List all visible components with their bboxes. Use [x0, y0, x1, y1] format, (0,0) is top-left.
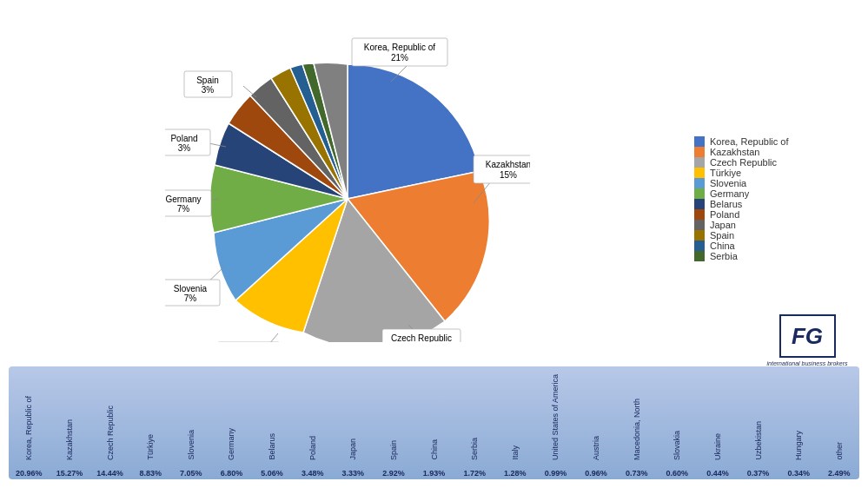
legend-label: Czech Republic: [710, 157, 777, 168]
svg-text:7%: 7%: [183, 293, 196, 303]
bar-value-label: 0.60%: [666, 469, 689, 478]
bar-value-label: 0.34%: [787, 469, 810, 478]
bar-value-label: 7.05%: [180, 469, 202, 478]
bar-value-label: 2.49%: [828, 469, 851, 478]
legend-item: Korea, Republic of: [694, 136, 859, 147]
legend-color-swatch: [694, 168, 705, 178]
svg-text:21%: 21%: [390, 53, 407, 63]
legend-color-swatch: [694, 220, 705, 230]
bar-value-label: 3.48%: [301, 469, 324, 478]
legend-color-swatch: [694, 178, 705, 188]
bar-value-label: 2.92%: [382, 469, 405, 478]
legend-item: Kazakhstan: [694, 147, 859, 157]
bar-country-label: Belarus: [268, 433, 276, 460]
bar-value-label: 0.96%: [585, 469, 607, 478]
legend-item: Japan: [694, 220, 859, 230]
bar-country-label: Slovenia: [187, 430, 195, 460]
bar-value-label: 14.44%: [96, 469, 123, 478]
legend-label: Slovenia: [710, 178, 746, 188]
legend-item: Spain: [694, 230, 859, 241]
legend-item: Poland: [694, 209, 859, 220]
legend-item: Türkiye: [694, 168, 859, 178]
svg-text:3%: 3%: [177, 143, 190, 153]
bar-value-label: 0.99%: [545, 469, 567, 478]
svg-text:Korea, Republic of: Korea, Republic of: [363, 43, 434, 52]
bar-column: Serbia 1.72%: [454, 438, 495, 479]
bar-country-label: Serbia: [470, 438, 479, 460]
legend-item: Czech Republic: [694, 157, 859, 168]
legend-item: Belarus: [694, 199, 859, 209]
bar-column: Japan 3.33%: [333, 439, 374, 479]
chart-area: Korea, Republic of 21% Kazakhstan 15% Cz…: [9, 9, 859, 362]
legend-color-swatch: [694, 147, 705, 157]
legend-label: Kazakhstan: [710, 147, 759, 157]
bar-value-label: 6.80%: [221, 469, 243, 478]
legend-label: China: [710, 241, 735, 251]
svg-text:Czech Republic: Czech Republic: [390, 333, 451, 342]
bar-column: China 1.93%: [414, 439, 454, 479]
bar-value-label: 1.72%: [463, 469, 486, 478]
bar-value-label: 3.33%: [342, 469, 365, 478]
bar-column: Poland 3.48%: [292, 436, 333, 479]
bar-column: Kazakhstan 15.27%: [50, 419, 90, 479]
bar-column: Türkiye 8.83%: [130, 434, 171, 479]
bar-column: Slovenia 7.05%: [171, 430, 212, 479]
bar-country-label: Austria: [592, 436, 600, 460]
bar-country-label: Ukraine: [713, 433, 722, 460]
svg-text:7%: 7%: [176, 204, 189, 214]
bar-value-label: 1.28%: [504, 469, 527, 478]
svg-text:Kazakhstan: Kazakhstan: [485, 160, 529, 169]
bar-value-label: 15.27%: [56, 469, 83, 478]
legend-item: Serbia: [694, 251, 859, 261]
svg-text:15%: 15%: [499, 170, 516, 180]
legend-label: Belarus: [710, 199, 742, 209]
bar-country-label: Hungary: [794, 431, 803, 460]
bar-column: Belarus 5.06%: [252, 433, 293, 479]
logo-box: FG: [779, 314, 836, 358]
legend-label: Türkiye: [710, 168, 741, 178]
legend-label: Spain: [710, 230, 734, 241]
pie-section: Korea, Republic of 21% Kazakhstan 15% Cz…: [9, 16, 686, 355]
bar-country-label: China: [430, 439, 439, 460]
legend-label: Poland: [710, 209, 739, 220]
legend-label: Germany: [710, 188, 749, 199]
legend-label: Korea, Republic of: [710, 136, 789, 147]
svg-text:Slovenia: Slovenia: [173, 284, 207, 293]
bar-country-label: Germany: [227, 428, 235, 460]
legend-color-swatch: [694, 241, 705, 251]
bar-country-label: Slovakia: [673, 431, 681, 460]
bar-value-label: 8.83%: [139, 469, 162, 478]
bar-value-label: 5.06%: [261, 469, 283, 478]
bar-country-label: Czech Republic: [106, 406, 115, 460]
bar-column: Czech Republic 14.44%: [89, 406, 130, 479]
bar-country-label: Italy: [511, 445, 520, 460]
legend-color-swatch: [694, 157, 705, 168]
bar-container: Korea, Republic of 20.96% Kazakhstan 15.…: [9, 366, 859, 479]
bar-value-label: 0.37%: [747, 469, 770, 478]
pie-chart: Korea, Republic of 21% Kazakhstan 15% Cz…: [165, 30, 530, 342]
bar-column: Ukraine 0.44%: [698, 433, 739, 479]
bar-country-label: Spain: [389, 440, 398, 460]
legend-color-swatch: [694, 136, 705, 147]
legend-section: Korea, Republic of Kazakhstan Czech Repu…: [686, 110, 859, 261]
bar-column: Hungary 0.34%: [779, 431, 819, 479]
bar-country-label: Kazakhstan: [65, 419, 74, 460]
legend-color-swatch: [694, 230, 705, 241]
legend-color-swatch: [694, 209, 705, 220]
bar-column: Spain 2.92%: [374, 440, 414, 479]
bar-column: Macedonia, North 0.73%: [616, 399, 657, 479]
bar-column: Austria 0.96%: [576, 436, 617, 479]
bar-column: Uzbekistan 0.37%: [738, 421, 779, 479]
legend-color-swatch: [694, 199, 705, 209]
legend-item: China: [694, 241, 859, 251]
bar-country-label: Poland: [308, 436, 317, 460]
bar-country-label: Korea, Republic of: [24, 396, 33, 460]
svg-text:Germany: Germany: [165, 195, 201, 204]
bar-value-label: 0.73%: [626, 469, 648, 478]
bar-column: Korea, Republic of 20.96%: [9, 396, 50, 479]
svg-text:3%: 3%: [201, 85, 214, 95]
legend-item: Germany: [694, 188, 859, 199]
bar-column: other 2.49%: [819, 442, 860, 479]
bar-country-label: Türkiye: [146, 434, 155, 460]
bar-column: United States of America 0.99%: [535, 374, 576, 479]
